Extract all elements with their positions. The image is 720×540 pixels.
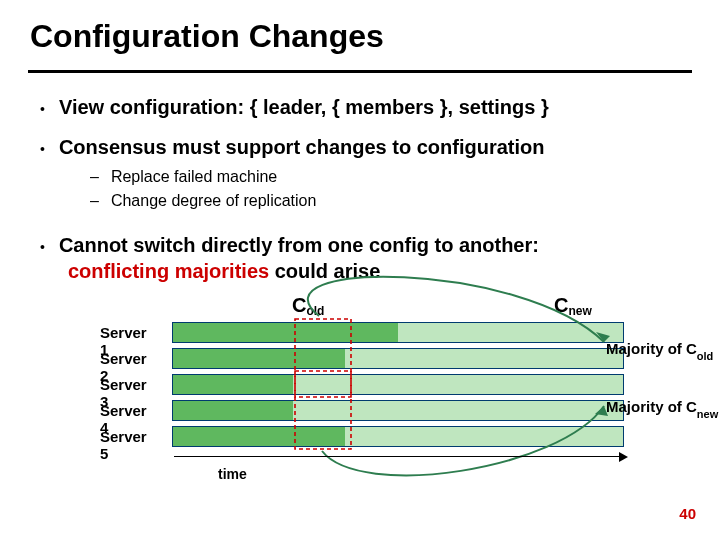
- bullet-dot: •: [40, 101, 45, 117]
- page-title: Configuration Changes: [30, 18, 384, 55]
- dash-icon: –: [90, 192, 99, 209]
- label-c-new: Cnew: [554, 294, 592, 317]
- timeline-old-fill: [173, 349, 345, 368]
- subbullet-replace: –Replace failed machine: [90, 168, 277, 186]
- timeline-old-fill: [173, 375, 293, 394]
- highlight-text: conflicting majorities: [68, 260, 269, 282]
- time-label: time: [218, 466, 247, 482]
- bullet-text: could arise: [269, 260, 380, 282]
- bullet-text: Cannot switch directly from one config t…: [59, 234, 539, 256]
- page-number: 40: [679, 505, 696, 522]
- time-axis: [174, 456, 626, 457]
- subbullet-text: Change degree of replication: [111, 192, 316, 209]
- timeline-old-fill: [173, 323, 398, 342]
- timeline-track: [172, 400, 624, 421]
- bullet-consensus: •Consensus must support changes to confi…: [40, 136, 545, 159]
- subbullet-degree: –Change degree of replication: [90, 192, 316, 210]
- bullet-cannot-switch: •Cannot switch directly from one config …: [40, 234, 539, 257]
- label-majority-new: Majority of Cnew: [606, 398, 718, 418]
- bullet-view-config: •View configuration: { leader, { members…: [40, 96, 549, 119]
- label-c-old: Cold: [292, 294, 324, 317]
- subbullet-text: Replace failed machine: [111, 168, 277, 185]
- bullet-dot: •: [40, 141, 45, 157]
- timeline-track: [172, 348, 624, 369]
- timeline-old-fill: [173, 401, 293, 420]
- dash-icon: –: [90, 168, 99, 185]
- timeline-track: [172, 374, 624, 395]
- bullet-text: View configuration: { leader, { members …: [59, 96, 549, 118]
- slide: Configuration Changes •View configuratio…: [0, 0, 720, 540]
- bullet-text: Consensus must support changes to config…: [59, 136, 545, 158]
- timeline-old-fill: [173, 427, 345, 446]
- bullet-conflicting: conflicting majorities could arise: [68, 260, 380, 283]
- timeline-track: [172, 322, 624, 343]
- divider: [28, 70, 692, 73]
- server-label: Server 5: [100, 428, 147, 462]
- timeline-track: [172, 426, 624, 447]
- bullet-dot: •: [40, 239, 45, 255]
- label-majority-old: Majority of Cold: [606, 340, 713, 360]
